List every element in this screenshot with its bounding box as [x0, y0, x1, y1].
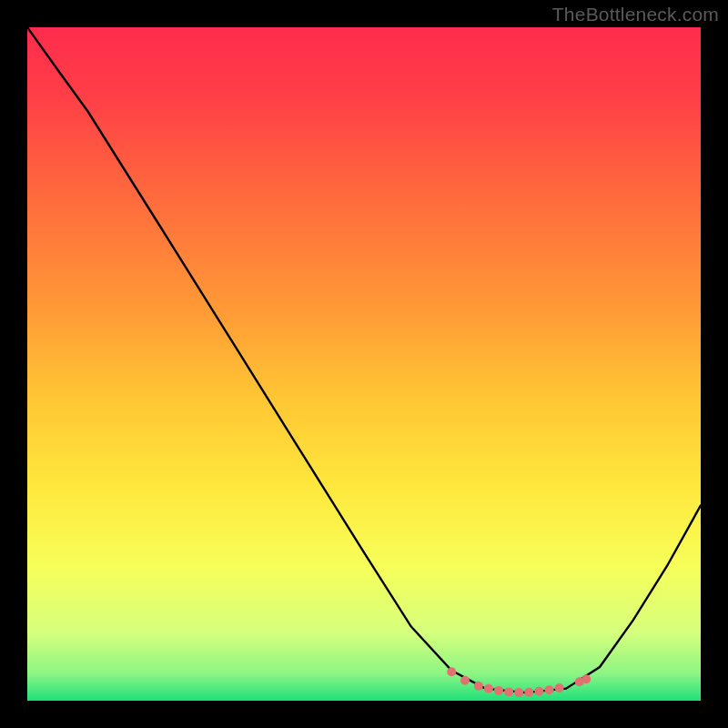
chart-svg — [27, 27, 701, 701]
marker-dot — [447, 667, 456, 676]
marker-dot — [524, 688, 533, 697]
chart-container: TheBottleneck.com — [0, 0, 728, 728]
marker-dot — [484, 684, 493, 693]
marker-dot — [504, 687, 513, 696]
marker-dot — [514, 688, 523, 697]
watermark-text: TheBottleneck.com — [552, 4, 719, 25]
marker-dot — [534, 687, 543, 696]
marker-dot — [474, 682, 483, 691]
marker-dot — [494, 686, 503, 695]
marker-dot — [460, 676, 470, 685]
marker-dot — [555, 683, 564, 693]
marker-dot — [545, 685, 554, 694]
marker-dot — [581, 674, 591, 683]
gradient-background — [27, 27, 701, 701]
plot-area — [27, 27, 701, 701]
